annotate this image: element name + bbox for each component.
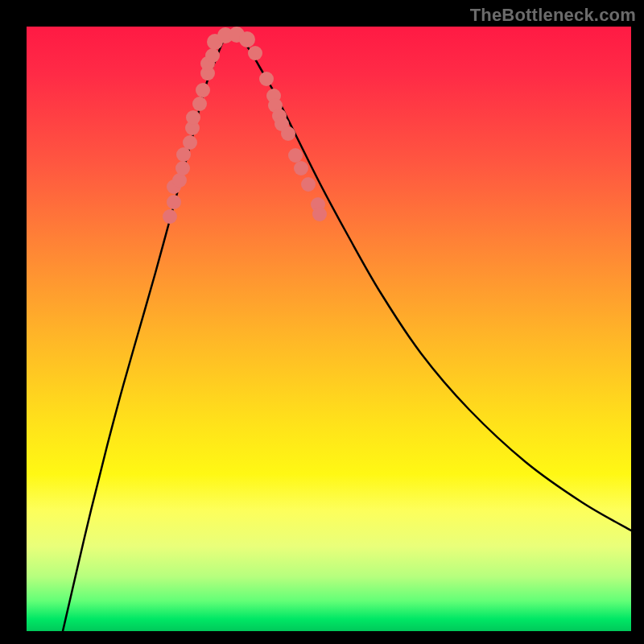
watermark-text: TheBottleneck.com	[470, 5, 636, 26]
data-dot	[186, 110, 200, 125]
bottleneck-curve	[63, 34, 631, 631]
data-dot	[175, 161, 190, 175]
data-dot	[205, 48, 220, 63]
data-dot	[167, 195, 181, 209]
plot-area	[27, 27, 631, 631]
data-dot	[301, 177, 316, 192]
data-dot	[196, 83, 210, 97]
data-dot	[288, 148, 303, 163]
data-dot	[259, 72, 274, 86]
data-dot	[312, 207, 327, 221]
data-dot	[248, 46, 262, 60]
data-dot	[294, 161, 308, 175]
chart-svg	[27, 27, 631, 631]
data-dot	[192, 97, 207, 111]
data-dot	[163, 209, 177, 224]
data-dot	[239, 31, 255, 47]
data-dot	[281, 126, 295, 141]
data-dots	[163, 27, 327, 224]
data-dot	[183, 135, 197, 150]
chart-frame: TheBottleneck.com	[0, 0, 644, 644]
